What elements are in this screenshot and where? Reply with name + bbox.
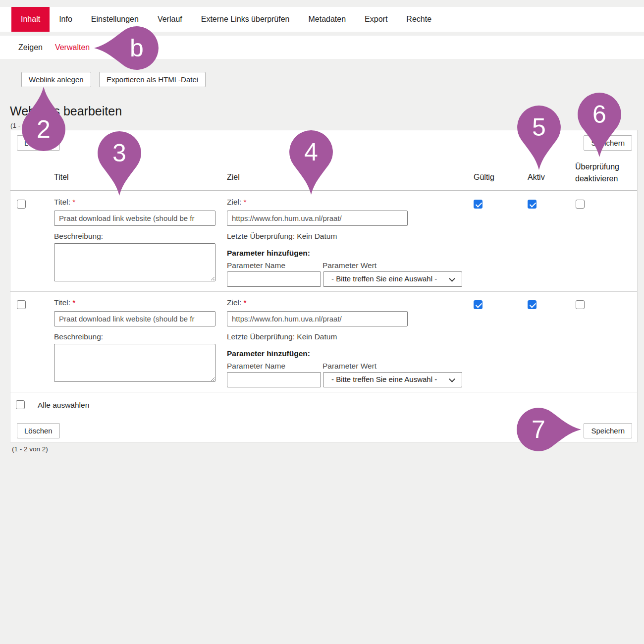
page-title: Weblinks bearbeiten [10, 104, 122, 118]
row-select-checkbox[interactable] [17, 300, 26, 309]
column-header-valid: Gültig [474, 173, 494, 182]
tab-info[interactable]: Info [50, 7, 82, 32]
required-asterisk: * [244, 298, 247, 307]
parameter-value-label: Parameter Wert [322, 261, 376, 270]
parameter-name-input[interactable] [227, 372, 321, 387]
column-header-active: Aktiv [528, 173, 545, 182]
target-url-input[interactable] [227, 311, 408, 326]
subtab-verwalten[interactable]: Verwalten [55, 43, 94, 52]
chevron-down-icon [449, 275, 455, 282]
parameter-name-input[interactable] [227, 271, 321, 287]
tab-metadaten[interactable]: Metadaten [299, 7, 356, 32]
tab-externe-links-berpr-fen[interactable]: Externe Links überprüfen [192, 7, 299, 32]
tab-verlauf[interactable]: Verlauf [148, 7, 192, 32]
target-url-input[interactable] [227, 211, 408, 226]
required-asterisk: * [72, 198, 75, 206]
delete-button-top[interactable]: Löschen [17, 135, 60, 151]
title-input[interactable] [54, 211, 215, 226]
weblinks-manage-screen: InhaltInfoEinstellungenVerlaufExterne Li… [0, 0, 644, 644]
parameter-name-label: Parameter Name [227, 261, 285, 270]
tab-einstellungen[interactable]: Einstellungen [82, 7, 148, 32]
tab-rechte[interactable]: Rechte [397, 7, 441, 32]
save-button-top[interactable]: Speichern [584, 135, 632, 151]
disable-check-checkbox[interactable] [576, 200, 585, 209]
tab-export[interactable]: Export [355, 7, 397, 32]
last-check-status: Letzte Überprüfung: Kein Datum [227, 232, 337, 241]
parameter-value-select[interactable]: - Bitte treffen Sie eine Auswahl - [323, 372, 462, 387]
pagination-range-bottom: (1 - 2 von 2) [12, 445, 48, 453]
disable-check-checkbox[interactable] [576, 300, 585, 309]
row-select-checkbox[interactable] [17, 200, 26, 209]
tab-inhalt[interactable]: Inhalt [11, 7, 50, 32]
last-check-status: Letzte Überprüfung: Kein Datum [227, 332, 337, 341]
save-button-bottom[interactable]: Speichern [584, 423, 632, 438]
title-field-label: Titel: * [54, 298, 75, 307]
parameter-name-label: Parameter Name [227, 362, 285, 371]
export-html-button[interactable]: Exportieren als HTML-Datei [99, 72, 206, 87]
main-tab-bar: InhaltInfoEinstellungenVerlaufExterne Li… [0, 7, 644, 32]
select-all-checkbox[interactable] [16, 400, 25, 409]
title-field-label: Titel: * [54, 198, 75, 207]
target-field-label: Ziel: * [227, 298, 247, 307]
add-parameter-heading: Parameter hinzufügen: [227, 349, 310, 358]
description-field-label: Beschreibung: [54, 332, 103, 341]
column-header-target: Ziel [227, 173, 240, 182]
parameter-value-label: Parameter Wert [322, 362, 376, 371]
column-header-title: Titel [54, 173, 69, 182]
weblink-row: Titel: * Beschreibung: Ziel: * Letzte Üb… [10, 191, 637, 292]
weblink-row: Titel: * Beschreibung: Ziel: * Letzte Üb… [10, 292, 637, 392]
select-all-label: Alle auswählen [38, 401, 89, 410]
weblinks-table-panel: Löschen Speichern Titel Ziel Gültig Akti… [10, 130, 638, 442]
parameter-value-select[interactable]: - Bitte treffen Sie eine Auswahl - [323, 271, 462, 287]
column-header-disable-check: Überprüfung deaktivieren [575, 161, 633, 185]
valid-checkbox[interactable] [474, 200, 483, 209]
required-asterisk: * [72, 298, 75, 307]
create-weblink-button[interactable]: Weblink anlegen [21, 72, 91, 87]
sub-tab-bar: ZeigenVerwalten [0, 36, 644, 59]
pagination-range-top: (1 - 2 von 2) [10, 122, 47, 129]
target-field-label: Ziel: * [227, 198, 247, 207]
title-input[interactable] [54, 311, 215, 326]
valid-checkbox[interactable] [474, 300, 483, 309]
add-parameter-heading: Parameter hinzufügen: [227, 249, 310, 258]
active-checkbox[interactable] [528, 300, 537, 309]
delete-button-bottom[interactable]: Löschen [17, 423, 60, 438]
subtab-zeigen[interactable]: Zeigen [18, 43, 47, 52]
required-asterisk: * [244, 198, 247, 206]
description-textarea[interactable] [54, 243, 215, 281]
active-checkbox[interactable] [528, 200, 537, 209]
chevron-down-icon [449, 376, 455, 382]
description-textarea[interactable] [54, 344, 215, 382]
weblink-rows: Titel: * Beschreibung: Ziel: * Letzte Üb… [10, 191, 637, 392]
description-field-label: Beschreibung: [54, 232, 103, 241]
